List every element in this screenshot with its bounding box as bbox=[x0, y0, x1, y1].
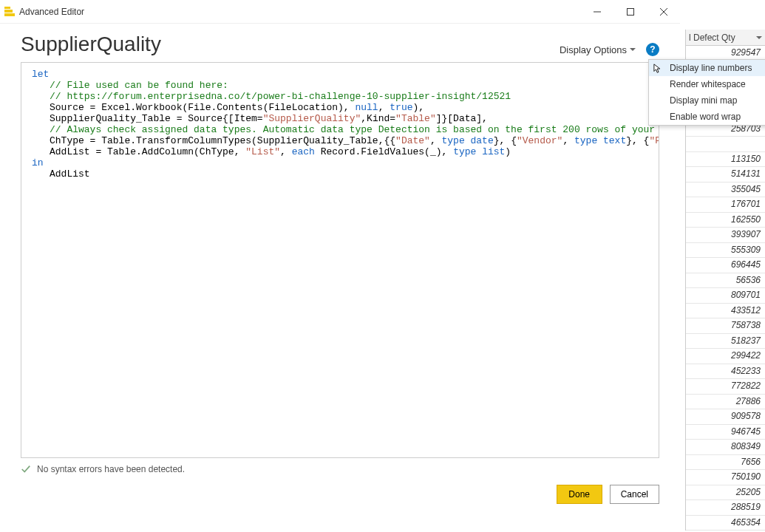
menu-display-mini-map[interactable]: Display mini map bbox=[649, 92, 765, 109]
cursor-icon bbox=[653, 63, 664, 75]
menu-item-label: Display mini map bbox=[670, 95, 737, 106]
menu-display-line-numbers[interactable]: Display line numbers bbox=[649, 60, 765, 76]
data-cell[interactable]: 162550 bbox=[686, 213, 765, 228]
data-cell[interactable]: 25205 bbox=[686, 485, 765, 501]
code-content: let // File used can be found here: // h… bbox=[21, 63, 659, 185]
display-options-button[interactable]: Display Options bbox=[560, 44, 636, 55]
syntax-status: No syntax errors have been detected. bbox=[21, 464, 659, 474]
menu-render-whitespace[interactable]: Render whitespace bbox=[649, 76, 765, 92]
data-cell[interactable]: 355045 bbox=[686, 183, 765, 198]
help-icon[interactable]: ? bbox=[646, 43, 659, 56]
cancel-button[interactable]: Cancel bbox=[610, 485, 659, 504]
maximize-button[interactable] bbox=[613, 0, 647, 24]
menu-item-label: Enable word wrap bbox=[670, 112, 741, 122]
column-header-label: l Defect Qty bbox=[689, 33, 735, 43]
data-cell[interactable]: 758738 bbox=[686, 318, 765, 334]
menu-item-label: Render whitespace bbox=[670, 79, 746, 89]
display-options-label: Display Options bbox=[560, 44, 627, 55]
code-editor[interactable]: let // File used can be found here: // h… bbox=[21, 62, 659, 458]
minimize-button[interactable] bbox=[580, 0, 613, 24]
syntax-status-text: No syntax errors have been detected. bbox=[37, 464, 185, 474]
display-options-menu: Display line numbers Render whitespace D… bbox=[648, 59, 765, 126]
data-cell[interactable] bbox=[686, 137, 765, 152]
data-cell[interactable]: 299422 bbox=[686, 349, 765, 364]
data-cell[interactable]: 465354 bbox=[686, 516, 765, 531]
data-cell[interactable]: 433512 bbox=[686, 304, 765, 319]
column-dropdown-icon[interactable] bbox=[756, 36, 762, 39]
data-cell[interactable]: 288519 bbox=[686, 500, 765, 516]
svg-rect-1 bbox=[627, 8, 633, 15]
column-header[interactable]: l Defect Qty bbox=[686, 30, 765, 46]
window-title: Advanced Editor bbox=[19, 7, 84, 17]
data-cell[interactable]: 452233 bbox=[686, 364, 765, 380]
data-cell[interactable]: 176701 bbox=[686, 197, 765, 213]
data-cell[interactable]: 514131 bbox=[686, 167, 765, 183]
close-button[interactable] bbox=[647, 0, 680, 24]
data-cell[interactable]: 946745 bbox=[686, 425, 765, 440]
data-cell[interactable]: 909578 bbox=[686, 409, 765, 425]
data-cell[interactable]: 750190 bbox=[686, 470, 765, 485]
menu-enable-word-wrap[interactable]: Enable word wrap bbox=[649, 109, 765, 125]
caret-down-icon bbox=[630, 48, 636, 51]
data-cell[interactable]: 518237 bbox=[686, 334, 765, 349]
data-cell[interactable]: 113150 bbox=[686, 152, 765, 168]
app-icon bbox=[4, 7, 15, 17]
query-name: SupplierQuality bbox=[21, 33, 161, 56]
done-button[interactable]: Done bbox=[557, 485, 602, 504]
titlebar: Advanced Editor bbox=[0, 0, 680, 24]
data-cell[interactable]: 696445 bbox=[686, 258, 765, 273]
data-cell[interactable]: 56536 bbox=[686, 273, 765, 289]
check-icon bbox=[21, 464, 31, 474]
advanced-editor-window: Advanced Editor SupplierQuality Display … bbox=[0, 0, 680, 532]
menu-item-label: Display line numbers bbox=[670, 63, 752, 73]
data-cell[interactable]: 393907 bbox=[686, 228, 765, 243]
data-cell[interactable]: 809701 bbox=[686, 288, 765, 304]
data-cell[interactable]: 7656 bbox=[686, 455, 765, 471]
data-cell[interactable]: 808349 bbox=[686, 440, 765, 455]
data-cell[interactable]: 27886 bbox=[686, 395, 765, 410]
data-cell[interactable]: 772822 bbox=[686, 379, 765, 395]
data-cell[interactable]: 555309 bbox=[686, 243, 765, 259]
